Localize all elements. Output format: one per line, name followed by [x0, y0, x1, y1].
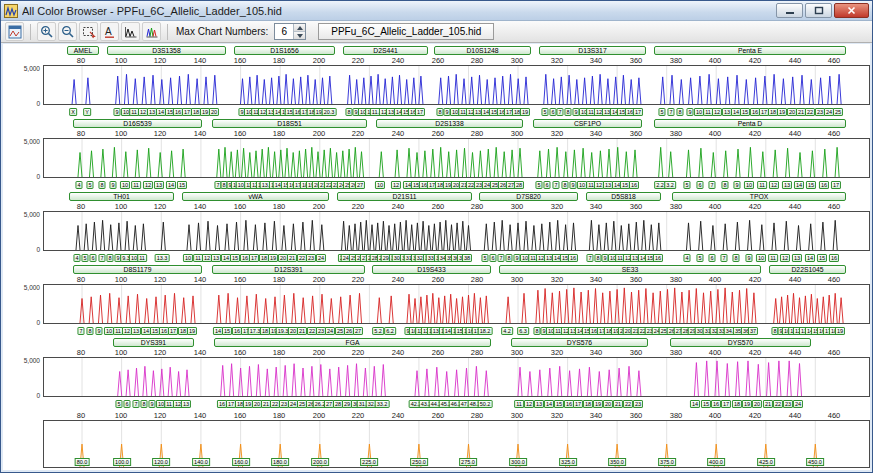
allele-label[interactable]: 6 [123, 400, 130, 408]
allele-label[interactable]: 15 [230, 254, 240, 262]
allele-label[interactable]: 13 [131, 327, 141, 335]
allele-label[interactable]: 18.2 [478, 327, 493, 335]
allele-label[interactable]: 5 [115, 400, 122, 408]
marker-label[interactable]: SE33 [499, 265, 761, 274]
allele-label[interactable]: 12 [769, 181, 779, 189]
label-tool-button[interactable]: A [100, 22, 119, 41]
marker-label[interactable]: D8S1179 [73, 265, 202, 274]
electropherogram-chart[interactable] [43, 357, 870, 397]
allele-label[interactable]: 28 [514, 181, 524, 189]
size-standard-label[interactable]: 325.0 [559, 458, 577, 467]
marker-label[interactable]: Penta E [654, 46, 846, 55]
allele-label[interactable]: 19 [777, 108, 787, 116]
allele-label[interactable]: 8 [564, 108, 571, 116]
multi-chart-button[interactable] [142, 22, 161, 41]
allele-label[interactable]: 7 [720, 254, 727, 262]
allele-label[interactable]: 7 [98, 254, 105, 262]
allele-label[interactable]: 4.2 [501, 327, 513, 335]
allele-label[interactable]: 20.3 [322, 108, 337, 116]
allele-label[interactable]: 8 [676, 108, 683, 116]
maximize-button[interactable] [805, 3, 832, 18]
allele-label[interactable]: 6 [89, 254, 96, 262]
size-standard-label[interactable]: 225.0 [360, 458, 378, 467]
allele-label[interactable]: 10 [183, 254, 193, 262]
allele-label[interactable]: 7 [556, 108, 563, 116]
allele-label[interactable]: 5 [683, 181, 690, 189]
allele-label[interactable]: X [69, 108, 77, 116]
allele-label[interactable]: 21 [613, 400, 623, 408]
size-standard-label[interactable]: 375.0 [658, 458, 676, 467]
marker-label[interactable]: D16S539 [73, 119, 202, 128]
marker-label[interactable]: D13S317 [539, 46, 646, 55]
allele-label[interactable]: 17 [721, 400, 731, 408]
allele-label[interactable]: 33.2 [375, 400, 390, 408]
allele-label[interactable]: 17 [633, 108, 643, 116]
allele-label[interactable]: 27 [353, 327, 363, 335]
allele-label[interactable]: 10 [744, 181, 754, 189]
allele-label[interactable]: 17 [831, 181, 841, 189]
allele-label[interactable]: 24 [793, 400, 803, 408]
marker-label[interactable]: CSF1PO [533, 119, 642, 128]
allele-label[interactable]: 5 [696, 254, 703, 262]
allele-label[interactable]: 15 [701, 400, 711, 408]
allele-label[interactable]: 22 [805, 108, 815, 116]
allele-label[interactable]: 11 [757, 181, 767, 189]
marker-label[interactable]: AMEL [67, 46, 99, 55]
allele-label[interactable]: 17 [168, 327, 178, 335]
marker-label[interactable]: TPOX [672, 192, 846, 201]
title-bar[interactable]: All Color Browser - PPFu_6C_Allelic_Ladd… [1, 1, 872, 21]
allele-label[interactable]: 13 [154, 181, 164, 189]
electropherogram-chart[interactable] [43, 211, 870, 251]
browser-view-button[interactable] [5, 22, 24, 41]
allele-label[interactable]: Y [83, 108, 91, 116]
allele-label[interactable]: 9 [109, 181, 116, 189]
allele-label[interactable]: 19 [520, 108, 530, 116]
allele-label[interactable]: 7 [497, 254, 504, 262]
allele-label[interactable]: 18 [732, 400, 742, 408]
allele-label[interactable]: 14 [794, 181, 804, 189]
allele-label[interactable]: 19 [268, 254, 278, 262]
allele-label[interactable]: 20 [752, 400, 762, 408]
allele-label[interactable]: 11 [768, 254, 778, 262]
allele-label[interactable]: 9 [148, 400, 155, 408]
allele-label[interactable]: 9 [113, 108, 120, 116]
size-standard-label[interactable]: 140.0 [192, 458, 210, 467]
allele-label[interactable]: 5 [535, 181, 542, 189]
allele-label[interactable]: 7 [77, 327, 84, 335]
marker-label[interactable]: D12S391 [212, 265, 365, 274]
size-standard-label[interactable]: 400.0 [707, 458, 725, 467]
allele-label[interactable]: 19 [187, 327, 197, 335]
allele-label[interactable]: 16 [653, 254, 663, 262]
allele-label[interactable]: 15 [222, 327, 232, 335]
marker-label[interactable]: D19S433 [372, 265, 491, 274]
size-standard-label[interactable]: 250.0 [410, 458, 428, 467]
allele-label[interactable]: 8 [533, 327, 540, 335]
marker-label[interactable]: D5S818 [586, 192, 661, 201]
allele-label[interactable]: 19 [593, 400, 603, 408]
allele-label[interactable]: 15 [806, 181, 816, 189]
allele-label[interactable]: 11 [131, 181, 141, 189]
allele-label[interactable]: 5 [81, 254, 88, 262]
allele-label[interactable]: 15 [817, 254, 827, 262]
max-chart-numbers-value[interactable]: 6 [275, 24, 293, 39]
marker-label[interactable]: D7S820 [479, 192, 578, 201]
marker-label[interactable]: D3S1358 [107, 46, 226, 55]
marker-label[interactable]: D10S1248 [434, 46, 531, 55]
allele-label[interactable]: 7 [586, 254, 593, 262]
allele-label[interactable]: 20 [603, 400, 613, 408]
marker-label[interactable]: D18S51 [212, 119, 367, 128]
allele-label[interactable]: 21 [763, 400, 773, 408]
allele-label[interactable]: 17 [249, 254, 259, 262]
zoom-in-button[interactable] [37, 22, 56, 41]
allele-label[interactable]: 8 [106, 254, 113, 262]
allele-label[interactable]: 13 [211, 254, 221, 262]
allele-label[interactable]: 12 [780, 254, 790, 262]
allele-label[interactable]: 10 [120, 181, 130, 189]
allele-label[interactable]: 10 [375, 181, 385, 189]
size-standard-label[interactable]: 160.0 [232, 458, 250, 467]
allele-label[interactable]: 5 [86, 181, 93, 189]
allele-label[interactable]: 22 [623, 400, 633, 408]
allele-label[interactable]: 16 [711, 400, 721, 408]
allele-label[interactable]: 12 [712, 108, 722, 116]
allele-label[interactable]: 14 [690, 400, 700, 408]
